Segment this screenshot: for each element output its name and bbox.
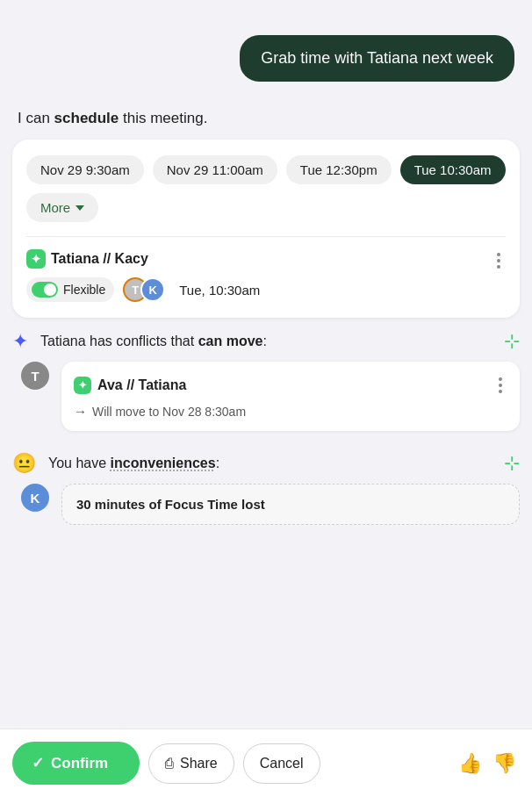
chat-bubble: Grab time with Tatiana next week <box>240 35 514 82</box>
conflict-card-more-button[interactable] <box>493 374 507 397</box>
avatars: T K <box>123 277 165 302</box>
toggle-switch[interactable] <box>32 282 58 298</box>
confirm-label: Confirm <box>51 755 108 772</box>
cancel-label: Cancel <box>260 756 304 772</box>
conflict-text: Tatiana has conflicts that can move: <box>40 334 492 349</box>
intro-suffix: this meeting. <box>119 110 207 126</box>
inconvenience-card: 30 minutes of Focus Time lost <box>61 484 520 525</box>
spark-icon: ✦ <box>26 249 46 269</box>
more-label: More <box>40 200 70 215</box>
time-slot-3[interactable]: Tue 10:30am <box>400 155 506 184</box>
avatar-t-small: T <box>21 362 49 390</box>
share-label: Share <box>180 756 218 772</box>
meeting-info: ✦ Tatiana // Kacy Flexible T K Tue, 10:3… <box>26 249 492 302</box>
bottom-bar: ✓ Confirm ⎙ Share Cancel 👍 👎 <box>0 728 532 811</box>
more-options-button[interactable] <box>492 249 506 272</box>
conflict-card-title: ✦ Ava // Tatiana <box>74 374 507 397</box>
meeting-title-text: Tatiana // Kacy <box>51 251 148 267</box>
inconvenience-body: K 30 minutes of Focus Time lost <box>12 484 520 525</box>
time-slot-1[interactable]: Nov 29 11:00am <box>153 155 277 184</box>
feedback-icons: 👍 👎 <box>455 750 520 777</box>
flexible-toggle[interactable]: Flexible <box>26 277 114 302</box>
time-slot-2[interactable]: Tue 12:30pm <box>286 155 392 184</box>
inconvenience-card-text: 30 minutes of Focus Time lost <box>76 497 505 512</box>
conflict-header: ✦ Tatiana has conflicts that can move: ⊹ <box>12 330 520 353</box>
inconvenience-header: 😐 You have inconveniences: ⊹ <box>12 452 520 475</box>
conflict-name: Tatiana <box>40 334 86 348</box>
time-slots: Nov 29 9:30am Nov 29 11:00am Tue 12:30pm… <box>26 155 506 222</box>
cancel-button[interactable]: Cancel <box>243 743 320 784</box>
meeting-title: ✦ Tatiana // Kacy <box>26 249 492 269</box>
conflict-add-button[interactable]: ⊹ <box>504 332 520 351</box>
neutral-face-icon: 😐 <box>12 452 36 475</box>
avatar-k-small: K <box>21 484 49 512</box>
inconvenience-text: You have inconveniences: <box>48 456 492 471</box>
intro-prefix: I can <box>18 110 54 126</box>
confirm-button[interactable]: ✓ Confirm <box>12 742 140 785</box>
conflict-card-name: ✦ Ava // Tatiana <box>74 377 186 394</box>
meeting-time: Tue, 10:30am <box>179 283 260 298</box>
spark-blue-icon: ✦ <box>12 330 28 353</box>
share-icon: ⎙ <box>165 756 174 772</box>
inconvenience-section: 😐 You have inconveniences: ⊹ K 30 minute… <box>12 452 520 525</box>
conflict-card-sub-text: Will move to Nov 28 8:30am <box>92 405 246 419</box>
time-slot-more[interactable]: More <box>26 193 98 222</box>
conflict-card: ✦ Ava // Tatiana → Will move to Nov 28 8… <box>61 362 520 431</box>
intro-bold: schedule <box>54 110 119 126</box>
check-icon: ✓ <box>32 754 44 772</box>
conflict-spark-icon: ✦ <box>74 377 91 394</box>
conflict-body: T ✦ Ava // Tatiana → Will move to Nov 28… <box>12 362 520 431</box>
flexible-label: Flexible <box>63 283 105 297</box>
avatar-k: K <box>140 277 165 302</box>
conflict-section: ✦ Tatiana has conflicts that can move: ⊹… <box>12 330 520 431</box>
meeting-meta: Flexible T K Tue, 10:30am <box>26 277 492 302</box>
inconveniences-bold: inconveniences <box>111 456 216 470</box>
meeting-row: ✦ Tatiana // Kacy Flexible T K Tue, 10:3… <box>26 236 506 302</box>
conflict-card-name-text: Ava // Tatiana <box>97 377 186 393</box>
time-slot-0[interactable]: Nov 29 9:30am <box>26 155 144 184</box>
chevron-down-icon <box>75 205 84 211</box>
arrow-icon: → <box>74 404 87 419</box>
main-card: Nov 29 9:30am Nov 29 11:00am Tue 12:30pm… <box>12 140 520 318</box>
chat-bubble-wrapper: Grab time with Tatiana next week <box>0 0 532 99</box>
share-button[interactable]: ⎙ Share <box>148 743 234 784</box>
scheduling-intro: I can schedule this meeting. <box>0 99 532 140</box>
conflict-can-move: can move <box>198 334 263 348</box>
inconvenience-add-button[interactable]: ⊹ <box>504 454 520 473</box>
conflict-card-sub: → Will move to Nov 28 8:30am <box>74 404 507 419</box>
thumbs-down-button[interactable]: 👎 <box>489 750 520 777</box>
thumbs-up-button[interactable]: 👍 <box>455 750 485 777</box>
